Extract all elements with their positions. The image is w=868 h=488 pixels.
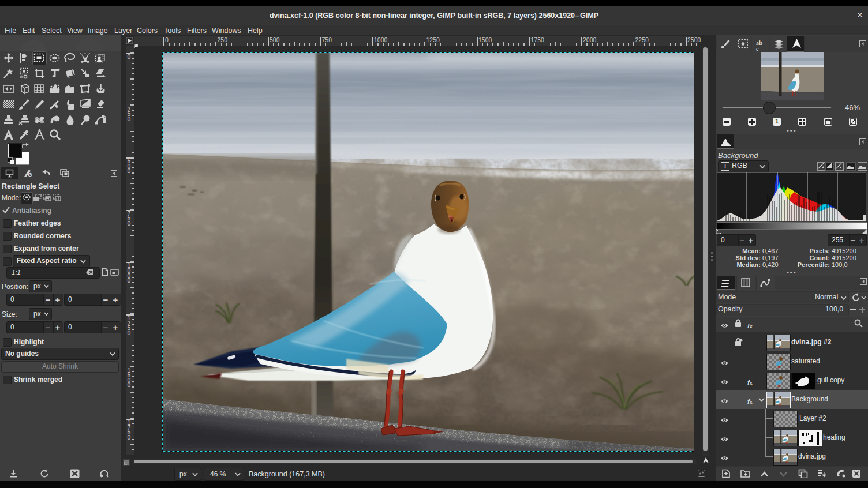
svg-text:o: o	[29, 172, 31, 177]
